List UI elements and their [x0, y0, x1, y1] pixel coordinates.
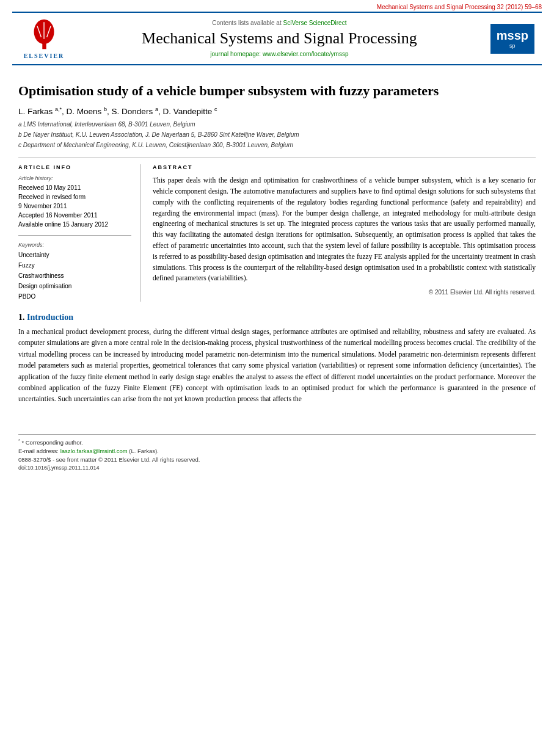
- homepage-url[interactable]: www.elsevier.com/locate/ymssp: [263, 51, 349, 57]
- corresponding-author-note: * * Corresponding author.: [18, 438, 536, 446]
- received-revised-date: 9 November 2011: [18, 202, 131, 211]
- affiliation-b: b De Nayer Instituut, K.U. Leuven Associ…: [18, 130, 536, 140]
- abstract-text: This paper deals with the design and opt…: [153, 175, 536, 284]
- affiliations: a LMS International, Interleuvenlaan 68,…: [18, 120, 536, 150]
- paper-title: Optimisation study of a vehicle bumper s…: [18, 82, 536, 100]
- copyright-line: © 2011 Elsevier Ltd. All rights reserved…: [153, 289, 536, 296]
- keyword-fuzzy: Fuzzy: [18, 260, 131, 271]
- license-note: 0888-3270/$ - see front matter © 2011 El…: [18, 456, 536, 463]
- received-date: Received 10 May 2011: [18, 183, 131, 192]
- article-info-abstract-section: ARTICLE INFO Article history: Received 1…: [18, 164, 536, 302]
- elsevier-logo: ELSEVIER: [20, 18, 68, 59]
- page-footer: * * Corresponding author. E-mail address…: [18, 434, 536, 471]
- journal-reference: Mechanical Systems and Signal Processing…: [0, 0, 554, 12]
- abstract-column: ABSTRACT This paper deals with the desig…: [153, 164, 536, 302]
- keyword-crashworthiness: Crashworthiness: [18, 271, 131, 281]
- abstract-header: ABSTRACT: [153, 164, 536, 170]
- section-1-paragraph-1: In a mechanical product development proc…: [18, 326, 536, 405]
- section-1-title: Introduction: [27, 313, 73, 322]
- accepted-date: Accepted 16 November 2011: [18, 211, 131, 220]
- article-info-column: ARTICLE INFO Article history: Received 1…: [18, 164, 140, 302]
- email-note: E-mail address: laszlo.farkas@lmsintl.co…: [18, 448, 536, 454]
- sciverse-link[interactable]: SciVerse ScienceDirect: [283, 20, 347, 26]
- contents-available-line: Contents lists available at SciVerse Sci…: [76, 20, 483, 26]
- keyword-uncertainty: Uncertainty: [18, 250, 131, 260]
- keywords-header: Keywords:: [18, 242, 131, 248]
- svg-point-6: [42, 40, 46, 44]
- available-online-date: Available online 15 January 2012: [18, 220, 131, 229]
- keywords-divider: [18, 235, 131, 236]
- elsevier-brand-text: ELSEVIER: [24, 53, 65, 59]
- journal-homepage: journal homepage: www.elsevier.com/locat…: [76, 51, 483, 57]
- article-info-header: ARTICLE INFO: [18, 164, 131, 170]
- journal-header-center: Contents lists available at SciVerse Sci…: [76, 20, 483, 57]
- author-email[interactable]: laszlo.farkas@lmsintl.com: [60, 448, 128, 454]
- authors: L. Farkas a,*, D. Moens b, S. Donders a,…: [18, 106, 536, 117]
- keyword-pbdo: PBDO: [18, 291, 131, 302]
- received-revised-label: Received in revised form: [18, 192, 131, 202]
- affiliation-a: a LMS International, Interleuvenlaan 68,…: [18, 120, 536, 129]
- author-list: L. Farkas a,*, D. Moens b, S. Donders a,…: [18, 107, 217, 116]
- keywords-list: Uncertainty Fuzzy Crashworthiness Design…: [18, 250, 131, 302]
- elsevier-tree-icon: [27, 18, 61, 51]
- header-divider: [18, 158, 536, 158]
- mssp-logo-box: mssp sp: [490, 24, 534, 54]
- article-history-header: Article history:: [18, 175, 131, 181]
- journal-title-banner: Mechanical Systems and Signal Processing: [76, 29, 483, 48]
- doi-line: doi:10.1016/j.ymssp.2011.11.014: [18, 465, 536, 471]
- section-1-heading: 1. Introduction: [18, 313, 536, 322]
- keyword-design-optimisation: Design optimisation: [18, 281, 131, 291]
- journal-header: ELSEVIER Contents lists available at Sci…: [12, 12, 542, 65]
- affiliation-c: c Department of Mechanical Engineering, …: [18, 140, 536, 150]
- main-content: Optimisation study of a vehicle bumper s…: [0, 65, 554, 422]
